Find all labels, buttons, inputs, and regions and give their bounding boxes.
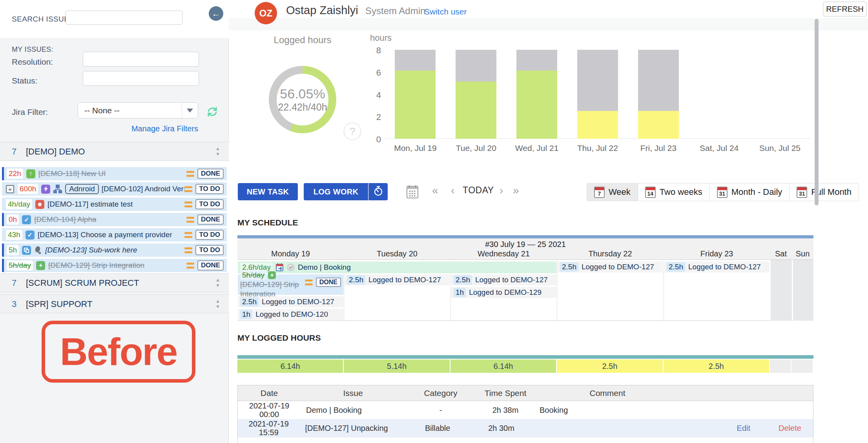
issue-row-demo-104[interactable]: 0h ✓ [DEMO-104] Alpha DONE (2, 213, 227, 226)
schedule-event-log[interactable]: 2.5h Logged to DEMO-127 (451, 274, 556, 285)
issue-time: 43h (6, 230, 22, 240)
status-badge: DONE (197, 214, 224, 225)
timer-button[interactable] (368, 183, 388, 200)
resolution-input[interactable] (83, 52, 199, 67)
view-two-weeks-tab[interactable]: 14 Two weeks (638, 183, 710, 201)
schedule-event-demo-129[interactable]: 5h/day + [DEMO-129] Strip Integration DO… (238, 274, 343, 295)
sort-arrows-icon[interactable]: ▲▼ (215, 298, 220, 309)
bar-xlabel: Sun, Jul 25 (749, 143, 810, 153)
delete-link[interactable]: Delete (767, 424, 813, 433)
worklog-row: 2021-07-19 [DEMO-129] Subtask for the (238, 437, 813, 443)
before-stamp-text: Before (60, 330, 177, 374)
priority-medium-icon (186, 171, 194, 177)
schedule-event-log[interactable]: 2.5h Logged to DEMO-127 (238, 296, 343, 307)
new-task-button[interactable]: NEW TASK (238, 183, 298, 200)
bug-icon (35, 200, 44, 209)
schedule-topbar (237, 235, 813, 238)
booking-banner-event[interactable]: 2.6h/day Demo | Booking (238, 261, 556, 273)
priority-medium-icon (184, 202, 192, 207)
event-time: 2.5h (560, 262, 578, 272)
edit-link[interactable]: Edit (720, 424, 767, 433)
schedule-event-log[interactable]: 1h Logged to DEMO-129 (451, 287, 556, 298)
day-sunday: Sun (792, 249, 813, 258)
bar-ytick: 8 (358, 45, 381, 56)
event-time: 2.5h (454, 275, 472, 285)
bar-xlabel: Mon, Jul 19 (385, 143, 446, 153)
nav-first-button[interactable]: « (432, 184, 438, 197)
event-title: Logged to DEMO-127 (262, 298, 334, 306)
worklog-issue: [DEMO-127] Unpacking (300, 424, 403, 433)
user-name: Ostap Zaishlyi (286, 4, 358, 17)
issue-title: [DEMO-104] Alpha (34, 215, 96, 224)
jira-filter-label: Jira Filter: (12, 107, 48, 117)
issue-row-demo-123[interactable]: 5h [DEMO-123] Sub-work here TO DO (2, 243, 227, 257)
logged-hours-topbar (237, 355, 813, 359)
project-header-scrum[interactable]: 7 [SCRUM] SCRUM PROJECT ▲▼ (0, 273, 229, 292)
app-root: SEARCH ISSUES: ← MY ISSUES: Resolution: … (0, 0, 868, 443)
sort-arrows-icon[interactable]: ▲▼ (215, 277, 220, 288)
switch-user-link[interactable]: Switch user (424, 7, 467, 16)
search-issues-input[interactable] (66, 11, 182, 25)
issue-title: [DEMO-113] Choose a payment provider (38, 231, 172, 239)
worklog-header-row: Date Issue Category Time Spent Comment (238, 385, 813, 401)
worklog-category: - (405, 406, 476, 415)
project-count: 3 (12, 299, 16, 309)
bar-ytick: 0 (358, 134, 381, 145)
calendar-31-icon: 31 (797, 187, 807, 198)
schedule-event-log[interactable]: 2.5h Logged to DEMO-127 (664, 261, 770, 272)
plus-icon: + (268, 271, 276, 279)
issue-row-demo-117[interactable]: 4h/day [DEMO-117] estimate test TO DO (2, 198, 227, 211)
donut-percent: 56.05% (280, 86, 325, 102)
priority-medium-icon (186, 263, 194, 269)
issue-row-demo-129[interactable]: 5h/day + [DEMO-129] Strip Integration DO… (2, 259, 227, 272)
event-title: Logged to DEMO-127 (368, 276, 441, 284)
issue-title: [DEMO-117] estimate test (47, 200, 133, 209)
nav-prev-button[interactable]: ‹ (451, 184, 454, 197)
issue-row-demo-102[interactable]: + 600h Adnroid [DEMO-102] Android Versio… (2, 182, 227, 196)
view-week-tab[interactable]: 7 Week (587, 183, 638, 201)
event-time: 1h (240, 310, 252, 319)
project-header-spr[interactable]: 3 [SPR] SUPPORT ▲▼ (0, 294, 229, 313)
issue-row-demo-113[interactable]: 43h ✓ [DEMO-113] Choose a payment provid… (2, 228, 227, 241)
donut-center: 56.05% 22.42h/40h (277, 74, 328, 125)
priority-medium-icon (186, 217, 194, 223)
event-title: Logged to DEMO-120 (255, 310, 328, 319)
issue-row-demo-118[interactable]: 22h ↑ [DEMO-118] New UI DONE (2, 167, 227, 180)
schedule-header: #30 July 19 — 25 2021 Monday 19 Tuesday … (237, 238, 813, 260)
refresh-button[interactable]: REFRESH (823, 2, 867, 16)
view-full-month-tab[interactable]: 31 Full Month (790, 183, 859, 201)
bar-ytick: 4 (358, 90, 381, 100)
date-picker-icon[interactable] (406, 185, 419, 200)
nav-next-button[interactable]: › (500, 184, 503, 197)
col-category: Category (405, 389, 476, 398)
day-monday: Monday 19 (237, 249, 344, 258)
bar-Tue, Jul 20 (446, 50, 507, 139)
view-month-daily-tab[interactable]: 31 Month - Daily (710, 183, 790, 201)
event-time: 1h (454, 288, 466, 297)
event-title: Logged to DEMO-127 (582, 263, 654, 271)
collapse-panel-button[interactable]: ← (209, 6, 223, 21)
scrollbar-thumb[interactable] (815, 19, 819, 205)
project-name: [SCRUM] SCRUM PROJECT (26, 278, 139, 288)
schedule-event-log[interactable]: 2.5h Logged to DEMO-127 (345, 274, 450, 285)
jira-filter-select[interactable]: -- None -- (78, 102, 198, 118)
schedule-event-log[interactable]: 2.5h Logged to DEMO-127 (558, 261, 663, 272)
nav-last-button[interactable]: » (513, 184, 519, 197)
my-issues-label: MY ISSUES: (12, 45, 53, 54)
schedule-event-log[interactable]: 1h Logged to DEMO-120 (238, 309, 343, 320)
refresh-filters-icon[interactable] (206, 105, 219, 120)
log-work-button[interactable]: LOG WORK (304, 183, 368, 200)
worklog-row: 2021-07-1915:59 [DEMO-127] Unpacking Bil… (238, 419, 813, 437)
status-input[interactable] (83, 71, 199, 86)
today-button[interactable]: TODAY (463, 185, 494, 196)
before-stamp: Before (42, 321, 195, 383)
expand-icon[interactable]: + (6, 185, 14, 193)
project-header-demo[interactable]: 7 [DEMO] DEMO ▲▼ (0, 142, 229, 161)
my-logged-hours-title: MY LOGGED HOURS (237, 333, 321, 343)
worklog-date: 2021-07-19 (249, 401, 289, 410)
col-comment: Comment (535, 389, 680, 398)
sidebar: SEARCH ISSUES: ← MY ISSUES: Resolution: … (0, 0, 229, 443)
manage-jira-filters-link[interactable]: Manage Jira Filters (131, 124, 198, 133)
sort-arrows-icon[interactable]: ▲▼ (215, 146, 220, 157)
issue-time: 4h/day (6, 199, 32, 209)
